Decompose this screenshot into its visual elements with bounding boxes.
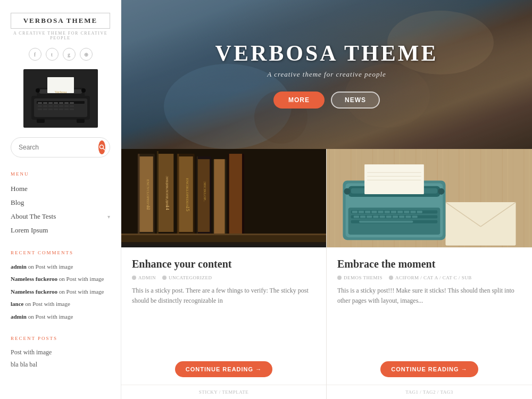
recent-post-item[interactable]: bla bla bal [11, 359, 110, 371]
svg-rect-70 [445, 202, 516, 245]
svg-rect-20 [54, 109, 58, 110]
card-author-1: ADMIN [132, 275, 156, 280]
svg-text:14: 14 [165, 205, 170, 211]
svg-rect-30 [37, 119, 45, 123]
menu-item-about[interactable]: About The Tests ▾ [11, 210, 110, 223]
googleplus-icon[interactable]: g [63, 48, 76, 61]
continue-reading-button-1[interactable]: CONTINUE READING → [175, 361, 272, 377]
post-card-2: Embrace the moment DEMOS THEMIS ACIFORM … [327, 149, 532, 399]
main-content: VERBOSA THEME A creative theme for creat… [121, 0, 532, 399]
svg-point-108 [438, 188, 444, 195]
svg-rect-50 [177, 154, 179, 235]
svg-point-27 [36, 88, 40, 93]
svg-rect-21 [59, 109, 63, 110]
recent-posts-list: Post with image bla bla bal [11, 346, 110, 371]
logo-typewriter-image: Verbosa [23, 69, 98, 128]
svg-rect-14 [59, 105, 63, 107]
search-input[interactable] [19, 144, 98, 151]
comment-item: Nameless fuckeroo on Post with image [11, 273, 110, 285]
comment-item: lance on Post with image [11, 298, 110, 310]
svg-rect-19 [48, 109, 53, 110]
svg-text:15: 15 [185, 206, 190, 212]
svg-rect-103 [364, 164, 424, 194]
link-icon[interactable]: ⊕ [80, 48, 93, 61]
card-meta-1: ADMIN UNCATEGORIZED [132, 275, 315, 280]
svg-rect-55 [197, 156, 198, 235]
menu-section-title: MENU [11, 171, 110, 177]
svg-rect-18 [43, 109, 47, 110]
svg-rect-77 [352, 211, 358, 213]
hero-subtitle: A creative theme for creative people [215, 70, 438, 79]
menu-item-lorem[interactable]: Lorem Ipsum [11, 223, 110, 237]
card-image-typewriter [327, 149, 532, 247]
card-excerpt-1: This is a sticky post. There are a few t… [132, 286, 315, 354]
card-body-1: Enhance your content ADMIN UNCATEGORIZED… [121, 247, 326, 385]
svg-rect-84 [397, 211, 403, 213]
svg-rect-40 [138, 154, 139, 235]
svg-rect-100 [359, 221, 413, 223]
site-subtitle: A CREATIVE THEME FOR CREATIVE PEOPLE [11, 31, 110, 40]
search-button[interactable] [98, 140, 105, 154]
svg-rect-94 [386, 216, 392, 218]
svg-rect-23 [70, 109, 74, 110]
menu-item-home[interactable]: Home [11, 182, 110, 196]
svg-rect-9 [70, 102, 74, 104]
sidebar: VERBOSA THEME A CREATIVE THEME FOR CREAT… [0, 0, 121, 399]
category-icon [389, 276, 393, 280]
card-footer-2: TAG1 / TAG2 / TAG3 [327, 385, 532, 399]
card-body-2: Embrace the moment DEMOS THEMIS ACIFORM … [327, 247, 532, 385]
news-button[interactable]: NEWS [331, 92, 380, 109]
svg-rect-92 [373, 216, 378, 218]
svg-rect-78 [359, 211, 364, 213]
svg-rect-45 [157, 151, 159, 235]
card-title-2: Embrace the moment [337, 257, 521, 271]
comment-item: admin on Post with image [11, 261, 110, 273]
cards-grid: ENCYCLOPEDYA 13 ЭНЦИКЛОПЕДИЯ 14 ENCIKLOP… [121, 149, 532, 399]
svg-point-28 [81, 88, 86, 93]
svg-rect-13 [54, 105, 58, 107]
post-card-1: ENCYCLOPEDYA 13 ЭНЦИКЛОПЕДИЯ 14 ENCIKLOP… [121, 149, 327, 399]
svg-rect-81 [378, 211, 384, 213]
main-menu: Home Blog About The Tests ▾ Lorem Ipsum [11, 182, 110, 237]
svg-text:ЭНЦИКЛОПЕДИЯ: ЭНЦИКЛОПЕДИЯ [165, 176, 169, 207]
recent-comments-list: admin on Post with image Nameless fucker… [11, 261, 110, 323]
card-excerpt-2: This is a sticky post!!! Make sure it st… [337, 286, 521, 354]
author-icon [337, 276, 342, 280]
svg-rect-86 [410, 211, 415, 213]
chevron-down-icon: ▾ [107, 214, 110, 220]
svg-rect-89 [354, 216, 359, 218]
comment-item: Nameless fuckeroo on Post with image [11, 286, 110, 298]
twitter-icon[interactable]: t [46, 48, 59, 61]
svg-rect-3 [38, 102, 42, 104]
svg-text:ENCIKLOPEDIJA: ENCIKLOPEDIJA [185, 178, 189, 208]
svg-line-33 [103, 148, 105, 150]
menu-item-blog[interactable]: Blog [11, 196, 110, 210]
recent-posts-title: RECENT POSTS [11, 336, 110, 341]
svg-rect-22 [64, 109, 69, 110]
svg-point-107 [344, 188, 351, 195]
svg-rect-11 [43, 105, 47, 107]
search-bar [11, 137, 110, 157]
svg-rect-61 [229, 154, 242, 235]
svg-rect-98 [412, 216, 417, 218]
card-meta-2: DEMOS THEMIS ACIFORM / CAT A / CAT C / S… [337, 275, 521, 280]
svg-rect-87 [417, 211, 422, 213]
more-button[interactable]: MORE [273, 92, 325, 109]
recent-comments-title: RECENT COMMENTS [11, 250, 110, 255]
continue-reading-button-2[interactable]: CONTINUE READING → [380, 361, 478, 377]
hero-content: VERBOSA THEME A creative theme for creat… [215, 40, 438, 109]
svg-rect-8 [64, 102, 69, 104]
svg-rect-15 [64, 105, 69, 107]
card-title-1: Enhance your content [132, 257, 315, 271]
social-icons-bar: f t g ⊕ [11, 48, 110, 61]
svg-rect-5 [48, 102, 53, 104]
svg-rect-17 [38, 109, 42, 110]
facebook-icon[interactable]: f [29, 48, 41, 61]
recent-post-item[interactable]: Post with image [11, 346, 110, 359]
svg-rect-93 [380, 216, 385, 218]
comment-item: admin on Post with image [11, 311, 110, 323]
card-author-2: DEMOS THEMIS [337, 275, 383, 280]
svg-rect-7 [59, 102, 63, 104]
svg-rect-10 [38, 105, 42, 107]
card-footer-1: STICKY / TEMPLATE [121, 385, 326, 399]
